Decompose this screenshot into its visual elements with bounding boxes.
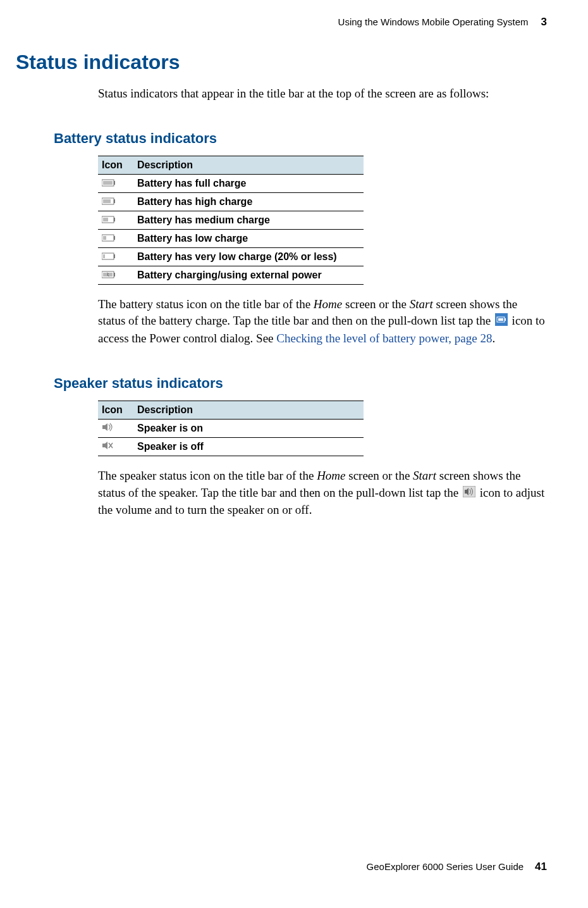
svg-rect-22: [498, 318, 503, 321]
svg-rect-13: [114, 254, 115, 258]
battery-full-icon: [102, 178, 116, 189]
table-row: Battery has very low charge (20% or less…: [98, 247, 364, 266]
table-row: Speaker is off: [98, 438, 364, 456]
svg-marker-24: [102, 442, 107, 449]
battery-high-icon: [102, 196, 116, 207]
speaker-subtitle: Speaker status indicators: [54, 375, 547, 392]
battery-link[interactable]: Checking the level of battery power, pag…: [276, 332, 492, 345]
battery-low-icon: [102, 233, 116, 244]
chapter-title: Using the Windows Mobile Operating Syste…: [338, 16, 529, 27]
speaker-table: Icon Description Speaker is on Speaker i…: [98, 401, 364, 456]
page-number: 41: [535, 861, 547, 873]
battery-header-icon: Icon: [98, 156, 133, 174]
book-title: GeoExplorer 6000 Series User Guide: [367, 861, 524, 872]
svg-rect-8: [103, 218, 108, 221]
svg-rect-10: [114, 236, 115, 240]
start-ref: Start: [410, 297, 433, 311]
battery-header-desc: Description: [133, 156, 364, 174]
speaker-header-icon: Icon: [98, 401, 133, 420]
svg-rect-14: [103, 254, 105, 258]
speaker-on-icon: [102, 423, 114, 433]
speaker-header-desc: Description: [133, 401, 364, 420]
speaker-off-icon: [102, 441, 114, 452]
battery-subtitle: Battery status indicators: [54, 130, 547, 147]
table-row: Battery has full charge: [98, 174, 364, 192]
battery-desc: Battery has low charge: [133, 229, 364, 247]
battery-desc: Battery has medium charge: [133, 211, 364, 229]
home-ref: Home: [317, 469, 345, 482]
svg-rect-4: [114, 199, 115, 203]
table-row: Battery has low charge: [98, 229, 364, 247]
battery-desc: Battery has high charge: [133, 192, 364, 211]
running-footer: GeoExplorer 6000 Series User Guide 41: [367, 861, 547, 873]
svg-rect-7: [114, 218, 115, 221]
table-row: Battery charging/using external power: [98, 266, 364, 284]
battery-table: Icon Description Battery has full charge…: [98, 156, 364, 285]
home-ref: Home: [314, 297, 342, 311]
battery-medium-icon: [102, 215, 116, 225]
table-row: Battery has high charge: [98, 192, 364, 211]
svg-rect-11: [103, 236, 106, 240]
table-row: Speaker is on: [98, 420, 364, 438]
table-row: Battery has medium charge: [98, 211, 364, 229]
battery-paragraph: The battery status icon on the title bar…: [98, 296, 547, 347]
svg-rect-16: [114, 273, 115, 277]
svg-rect-1: [114, 181, 115, 185]
battery-verylow-icon: [102, 251, 116, 262]
battery-desc: Battery has full charge: [133, 174, 364, 192]
power-dialog-icon: [495, 313, 508, 330]
speaker-paragraph: The speaker status icon on the title bar…: [98, 468, 547, 518]
volume-dialog-icon: [463, 485, 475, 502]
svg-rect-5: [103, 199, 111, 203]
svg-marker-23: [102, 423, 107, 431]
speaker-desc: Speaker is on: [133, 420, 364, 438]
battery-desc: Battery charging/using external power: [133, 266, 364, 284]
section-intro: Status indicators that appear in the tit…: [98, 85, 547, 102]
svg-rect-21: [505, 318, 506, 321]
section-title: Status indicators: [16, 51, 547, 74]
running-header: Using the Windows Mobile Operating Syste…: [54, 16, 547, 28]
speaker-desc: Speaker is off: [133, 438, 364, 456]
svg-rect-2: [103, 181, 113, 185]
battery-charging-icon: [102, 270, 116, 280]
battery-desc: Battery has very low charge (20% or less…: [133, 247, 364, 266]
chapter-number: 3: [541, 16, 547, 28]
start-ref: Start: [413, 469, 436, 482]
